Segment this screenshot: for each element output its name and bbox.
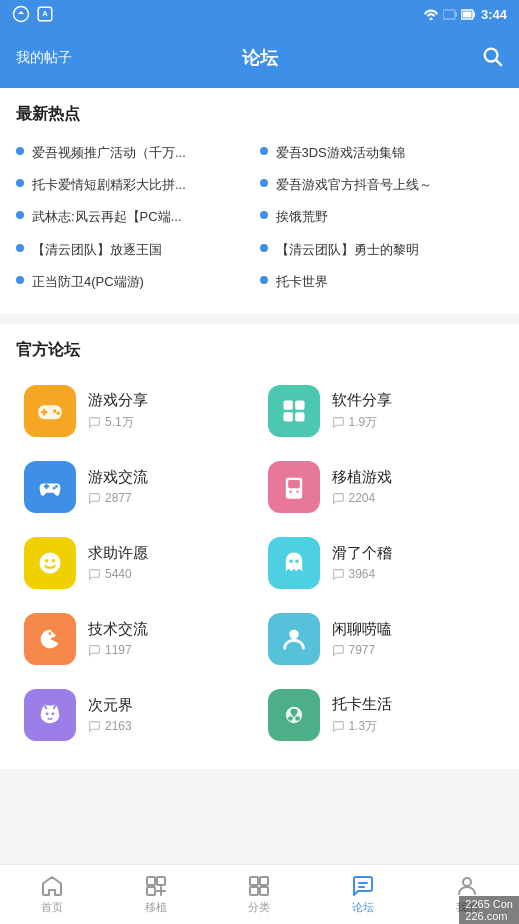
forum-count: 1.3万 (332, 718, 496, 735)
topic-text: 托卡爱情短剧精彩大比拼... (32, 176, 260, 194)
search-button[interactable] (481, 45, 503, 71)
person-nav-icon (455, 874, 479, 898)
topic-text: 托卡世界 (276, 273, 504, 291)
topic-item[interactable]: 托卡爱情短剧精彩大比拼... (16, 169, 260, 201)
topic-item[interactable]: 正当防卫4(PC端游) (16, 266, 260, 298)
forum-name: 技术交流 (88, 620, 252, 639)
svg-point-22 (289, 490, 291, 492)
forum-icon (268, 689, 320, 741)
svg-point-29 (49, 632, 52, 635)
topic-dot (16, 276, 24, 284)
topic-item[interactable]: 爱吾游戏官方抖音号上线～ (260, 169, 504, 201)
svg-rect-40 (260, 877, 268, 885)
svg-point-35 (295, 716, 300, 721)
forum-name: 托卡生活 (332, 695, 496, 714)
svg-rect-37 (157, 877, 165, 885)
forum-name: 滑了个稽 (332, 544, 496, 563)
svg-point-13 (56, 412, 60, 416)
topic-text: 【清云团队】放逐王国 (32, 241, 260, 259)
topic-dot (16, 179, 24, 187)
svg-rect-39 (250, 877, 258, 885)
forum-icon (268, 537, 320, 589)
hot-topics-section: 最新热点 爱吾视频推广活动（千万...爱吾3DS游戏活动集锦托卡爱情短剧精彩大比… (0, 88, 519, 314)
nav-item-移植[interactable]: 移植 (104, 874, 208, 915)
forum-info: 游戏交流 2877 (88, 468, 252, 505)
topic-item[interactable]: 挨饿荒野 (260, 201, 504, 233)
forum-count: 1197 (88, 643, 252, 657)
forum-item[interactable]: 软件分享 1.9万 (260, 373, 504, 449)
forum-item[interactable]: 技术交流 1197 (16, 601, 260, 677)
svg-point-23 (296, 490, 298, 492)
topic-item[interactable]: 【清云团队】勇士的黎明 (260, 234, 504, 266)
svg-rect-38 (147, 887, 155, 895)
svg-rect-7 (473, 12, 475, 17)
svg-text:A: A (42, 9, 48, 18)
category-nav-icon (247, 874, 271, 898)
nav-label: 分类 (248, 900, 270, 915)
topic-item[interactable]: 托卡世界 (260, 266, 504, 298)
forum-nav-icon (351, 874, 375, 898)
svg-rect-4 (443, 10, 455, 19)
forum-item[interactable]: 托卡生活 1.3万 (260, 677, 504, 753)
nav-item-首页[interactable]: 首页 (0, 874, 104, 915)
svg-point-31 (46, 712, 49, 715)
svg-point-34 (288, 716, 293, 721)
forum-count: 5440 (88, 567, 252, 581)
forum-item[interactable]: 游戏交流 2877 (16, 449, 260, 525)
forum-item[interactable]: 闲聊唠嗑 7977 (260, 601, 504, 677)
topic-item[interactable]: 爱吾3DS游戏活动集锦 (260, 137, 504, 169)
forum-info: 技术交流 1197 (88, 620, 252, 657)
svg-point-45 (463, 878, 471, 886)
svg-point-19 (55, 485, 58, 488)
topic-text: 爱吾游戏官方抖音号上线～ (276, 176, 504, 194)
status-time: 3:44 (481, 7, 507, 22)
forum-icon (24, 537, 76, 589)
forum-item[interactable]: 移植游戏 2204 (260, 449, 504, 525)
forum-count: 2877 (88, 491, 252, 505)
forum-name: 求助许愿 (88, 544, 252, 563)
forum-count: 1.9万 (332, 414, 496, 431)
forum-info: 移植游戏 2204 (332, 468, 496, 505)
forum-name: 游戏交流 (88, 468, 252, 487)
forum-item[interactable]: 游戏分享 5.1万 (16, 373, 260, 449)
forum-name: 软件分享 (332, 391, 496, 410)
svg-rect-36 (147, 877, 155, 885)
header: 我的帖子 论坛 (0, 28, 519, 88)
topic-text: 挨饿荒野 (276, 208, 504, 226)
svg-point-32 (52, 712, 55, 715)
forum-info: 闲聊唠嗑 7977 (332, 620, 496, 657)
status-bar: A 3:44 (0, 0, 519, 28)
forums-grid: 游戏分享 5.1万 软件分享 1.9万 游戏交流 (16, 373, 503, 753)
forum-count: 7977 (332, 643, 496, 657)
svg-rect-41 (250, 887, 258, 895)
topic-text: 爱吾3DS游戏活动集锦 (276, 144, 504, 162)
my-posts-button[interactable]: 我的帖子 (16, 49, 72, 67)
forum-item[interactable]: 次元界 2163 (16, 677, 260, 753)
topics-grid: 爱吾视频推广活动（千万...爱吾3DS游戏活动集锦托卡爱情短剧精彩大比拼...爱… (16, 137, 503, 298)
svg-rect-42 (260, 887, 268, 895)
forum-icon (24, 689, 76, 741)
nav-item-论坛[interactable]: 论坛 (311, 874, 415, 915)
topic-dot (260, 244, 268, 252)
forum-icon (24, 461, 76, 513)
svg-rect-15 (295, 400, 304, 409)
forum-info: 求助许愿 5440 (88, 544, 252, 581)
status-icons-right: 3:44 (423, 7, 507, 22)
topic-text: 正当防卫4(PC端游) (32, 273, 260, 291)
home-nav-icon (40, 874, 64, 898)
svg-rect-21 (288, 480, 300, 488)
forum-item[interactable]: 滑了个稽 3964 (260, 525, 504, 601)
forum-info: 托卡生活 1.3万 (332, 695, 496, 735)
svg-point-30 (289, 630, 298, 639)
topic-text: 【清云团队】勇士的黎明 (276, 241, 504, 259)
topic-item[interactable]: 武林志:风云再起【PC端... (16, 201, 260, 233)
forum-count: 2204 (332, 491, 496, 505)
header-title: 论坛 (242, 46, 278, 70)
topic-item[interactable]: 爱吾视频推广活动（千万... (16, 137, 260, 169)
nav-label: 首页 (41, 900, 63, 915)
nav-label: 论坛 (352, 900, 374, 915)
nav-item-分类[interactable]: 分类 (208, 874, 312, 915)
topic-item[interactable]: 【清云团队】放逐王国 (16, 234, 260, 266)
forum-item[interactable]: 求助许愿 5440 (16, 525, 260, 601)
forum-name: 闲聊唠嗑 (332, 620, 496, 639)
